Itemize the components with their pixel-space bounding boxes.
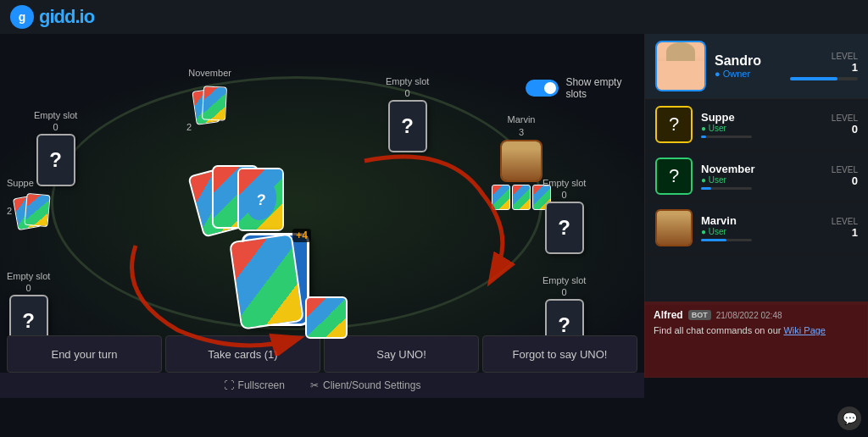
sandro-card: Sandro ● Owner LEVEL 1 — [645, 34, 868, 99]
show-empty-slots-toggle[interactable] — [526, 80, 559, 97]
suppe-card-2 — [25, 193, 51, 227]
center-deck[interactable]: ? — [195, 165, 297, 233]
header: g gidd.io — [0, 0, 868, 34]
player-panel: Sandro ● Owner LEVEL 1 ? Suppe ● User — [644, 34, 868, 305]
empty-slot-top-left-label: Empty slot — [34, 110, 77, 120]
suppe-bar-fill — [701, 136, 706, 138]
sandro-level-bar-fill — [790, 77, 837, 80]
chat-bot-name: Alfred — [654, 309, 683, 321]
empty-slot-top-left: Empty slot 0 ? — [34, 110, 77, 186]
sandro-level-bar — [790, 77, 858, 80]
marvin-row: Marvin ● User LEVEL 1 — [645, 202, 868, 254]
current-play-card: 4 4 4 +4 — [242, 233, 335, 335]
suppe-level-text: LEVEL — [832, 113, 858, 123]
marvin-bar — [701, 239, 752, 241]
marvin-game-label: Marvin — [507, 114, 535, 124]
say-uno-button[interactable]: Say UNO! — [324, 335, 479, 373]
marvin-role: ● User — [701, 227, 823, 236]
chat-panel: Alfred BOT 21/08/2022 02:48 Find all cha… — [644, 301, 868, 378]
marvin-level-text: LEVEL — [832, 217, 858, 226]
empty-slot-right-top: Empty slot 0 ? — [542, 178, 586, 254]
suppe-slot-label: Suppe — [7, 178, 34, 188]
marvin-game-count: 3 — [519, 127, 524, 137]
november-level-num: 0 — [832, 174, 858, 187]
end-turn-button[interactable]: End your turn — [7, 335, 162, 373]
empty-slot-left-bottom-label: Empty slot — [7, 271, 50, 281]
empty-slot-top-right-label: Empty slot — [386, 76, 429, 86]
suppe-avatar: ? — [655, 106, 693, 143]
color-patch — [305, 296, 348, 339]
november-role-label: User — [709, 175, 726, 185]
suppe-role: ● User — [701, 124, 823, 133]
suppe-level-num: 0 — [832, 123, 858, 136]
empty-slot-top-left-count: 0 — [53, 122, 58, 132]
november-card-2 — [202, 86, 227, 120]
chat-wiki-link[interactable]: Wiki Page — [783, 325, 826, 335]
game-area: Show empty slots ? November — [0, 34, 644, 398]
unknown-card-right-top: ? — [545, 202, 584, 254]
suppe-game-slot: Suppe 2 — [7, 178, 58, 232]
marvin-card-1 — [492, 185, 510, 210]
logo-icon: g — [10, 5, 34, 29]
empty-slot-top-right-count: 0 — [405, 88, 410, 98]
marvin-level-num: 1 — [832, 226, 858, 239]
empty-slot-right-bottom-count: 0 — [562, 287, 567, 297]
marvin-game-avatar — [500, 140, 542, 182]
chat-timestamp: 21/08/2022 02:48 — [716, 311, 782, 320]
footer-bar: ⛶ Fullscreen ✂ Client/Sound Settings — [0, 373, 644, 398]
chat-header: Alfred BOT 21/08/2022 02:48 — [654, 309, 859, 321]
settings-icon: ✂ — [310, 379, 319, 391]
logo[interactable]: g gidd.io — [10, 5, 94, 29]
suppe-card-count: 2 — [7, 206, 12, 216]
take-cards-button[interactable]: Take cards (1) — [165, 335, 320, 373]
november-avatar: ? — [655, 158, 693, 195]
sandro-name: Sandro — [715, 53, 782, 69]
november-slot-label: November — [188, 68, 231, 78]
empty-slot-right-top-label: Empty slot — [542, 178, 586, 188]
marvin-role-label: User — [709, 227, 726, 236]
empty-slot-right-top-count: 0 — [562, 190, 567, 200]
suppe-row: ? Suppe ● User LEVEL 0 — [645, 99, 868, 151]
forgot-uno-button[interactable]: Forgot to say UNO! — [482, 335, 637, 373]
suppe-bar — [701, 136, 752, 138]
chat-message-text: Find all chat commands on our — [654, 325, 783, 335]
fullscreen-button[interactable]: ⛶ Fullscreen — [224, 379, 285, 391]
chat-message: Find all chat commands on our Wiki Page — [654, 324, 859, 337]
sandro-level-num: 1 — [790, 61, 858, 74]
settings-label: Client/Sound Settings — [323, 379, 420, 391]
november-level-text: LEVEL — [832, 165, 858, 174]
suppe-level-container: LEVEL 0 — [832, 113, 858, 136]
chat-icon: 💬 — [843, 412, 857, 425]
action-bar: End your turn Take cards (1) Say UNO! Fo… — [0, 335, 644, 373]
chat-icon-button[interactable]: 💬 — [837, 407, 861, 430]
empty-slot-top-right: Empty slot 0 ? — [386, 76, 429, 152]
november-bar — [701, 187, 752, 190]
logo-text: gidd.io — [39, 6, 94, 28]
empty-slot-left-bottom-count: 0 — [26, 283, 31, 293]
november-row: ? November ● User LEVEL 0 — [645, 151, 868, 202]
chat-bot-badge: BOT — [688, 310, 711, 320]
november-role: ● User — [701, 175, 823, 185]
suppe-name: Suppe — [701, 111, 823, 124]
unknown-card-top-right: ? — [388, 100, 427, 152]
marvin-avatar — [655, 209, 693, 246]
marvin-info: Marvin ● User — [701, 214, 823, 241]
settings-button[interactable]: ✂ Client/Sound Settings — [310, 379, 420, 391]
fullscreen-icon: ⛶ — [224, 379, 234, 391]
suppe-role-label: User — [709, 124, 726, 133]
deck-card-face: ? — [237, 168, 284, 231]
sandro-info: Sandro ● Owner — [715, 53, 782, 79]
empty-slot-right-bottom-label: Empty slot — [542, 275, 586, 285]
sandro-role: ● Owner — [715, 69, 782, 79]
marvin-card-2 — [512, 185, 531, 210]
suppe-cards — [15, 190, 58, 232]
november-slot-count: 2 — [186, 122, 192, 132]
card-plus: +4 — [292, 229, 311, 242]
marvin-bar-fill — [701, 239, 726, 241]
sandro-avatar — [655, 41, 706, 91]
back-card-peek — [229, 233, 304, 329]
marvin-name: Marvin — [701, 214, 823, 227]
november-name: November — [701, 163, 823, 175]
toggle-label: Show empty slots — [565, 76, 644, 100]
november-level-container: LEVEL 0 — [832, 165, 858, 187]
